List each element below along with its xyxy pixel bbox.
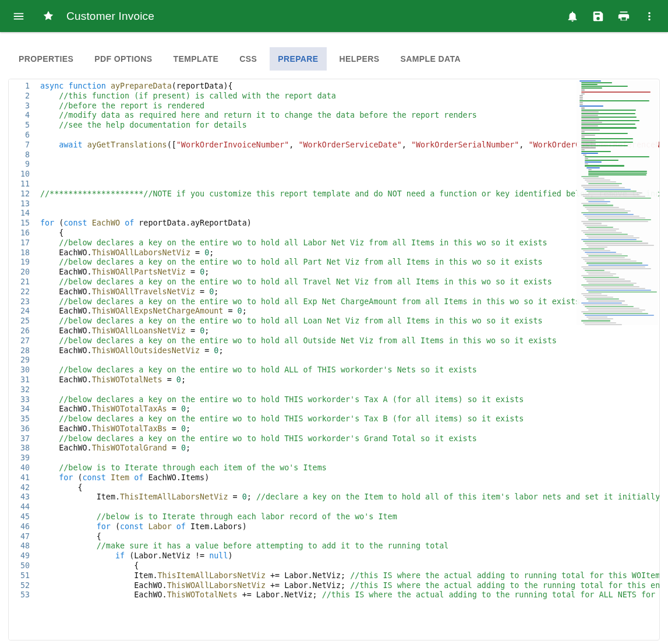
- tab-sampledata[interactable]: SAMPLE DATA: [393, 47, 469, 71]
- code-area[interactable]: async function ayPrepareData(reportData)…: [37, 79, 659, 640]
- more-vert-icon[interactable]: [638, 5, 661, 28]
- code-line: EachWO.ThisWOAllLoansNetViz = 0;: [40, 326, 659, 336]
- code-editor[interactable]: 1234567891011121314151617181920212223242…: [8, 79, 660, 641]
- app-logo-icon: [40, 5, 57, 28]
- code-line: [40, 160, 659, 170]
- code-line: //below is to Iterate through each item …: [40, 463, 659, 473]
- minimap[interactable]: [577, 80, 658, 325]
- code-line: EachWO.ThisWOAllLaborsNetViz = 0;: [40, 248, 659, 258]
- code-line: //below declares a key on the entire wo …: [40, 414, 659, 424]
- code-line: //below declares a key on the entire wo …: [40, 434, 659, 444]
- tab-css[interactable]: CSS: [231, 47, 265, 71]
- code-line: EachWO.ThisWOAllLaborsNetViz += Labor.Ne…: [40, 581, 659, 591]
- code-line: [40, 356, 659, 365]
- code-line: //make sure it has a value before attemp…: [40, 541, 659, 551]
- code-line: //below declares a key on the entire wo …: [40, 365, 659, 375]
- code-line: if (Labor.NetViz != null): [40, 551, 659, 561]
- line-gutter: 1234567891011121314151617181920212223242…: [9, 79, 37, 640]
- code-line: //below declares a key on the entire wo …: [40, 238, 659, 248]
- code-line: await ayGetTranslations(["WorkOrderInvoi…: [40, 140, 659, 150]
- code-line: //see the help documentation for details: [40, 121, 659, 131]
- code-line: [40, 150, 659, 160]
- code-line: EachWO.ThisWOTotalNets = 0;: [40, 375, 659, 385]
- menu-icon[interactable]: [7, 5, 30, 28]
- code-line: async function ayPrepareData(reportData)…: [40, 82, 659, 92]
- code-line: [40, 131, 659, 140]
- code-line: //below is to Iterate through each labor…: [40, 512, 659, 522]
- code-line: //modify data as required here and retur…: [40, 111, 659, 121]
- code-line: for (const Labor of Item.Labors): [40, 522, 659, 532]
- code-line: //before the report is rendered: [40, 101, 659, 111]
- app-bar: Customer Invoice: [0, 0, 668, 32]
- code-line: for (const Item of EachWO.Items): [40, 473, 659, 483]
- code-line: {: [40, 228, 659, 238]
- code-line: [40, 170, 659, 180]
- notifications-icon[interactable]: [561, 5, 584, 28]
- code-line: EachWO.ThisWOAllExpsNetChargeAmount = 0;: [40, 307, 659, 316]
- code-line: //below declares a key on the entire wo …: [40, 297, 659, 307]
- code-line: for (const EachWO of reportData.ayReport…: [40, 219, 659, 228]
- code-line: //********************//NOTE if you cust…: [40, 189, 659, 199]
- code-line: Item.ThisItemAllLaborsNetViz += Labor.Ne…: [40, 571, 659, 581]
- code-line: //below declares a key on the entire wo …: [40, 316, 659, 326]
- code-line: [40, 385, 659, 395]
- code-line: Item.ThisItemAllLaborsNetViz = 0; //decl…: [40, 492, 659, 502]
- code-line: EachWO.ThisWOTotalTaxBs = 0;: [40, 424, 659, 434]
- code-line: //below declares a key on the entire wo …: [40, 336, 659, 346]
- code-line: [40, 180, 659, 189]
- page-title: Customer Invoice: [66, 10, 154, 23]
- code-line: EachWO.ThisWOTotalTaxAs = 0;: [40, 404, 659, 414]
- tab-bar: PROPERTIESPDF OPTIONSTEMPLATECSSPREPAREH…: [0, 32, 668, 71]
- code-line: [40, 199, 659, 209]
- tab-properties[interactable]: PROPERTIES: [10, 47, 82, 71]
- tab-template[interactable]: TEMPLATE: [165, 47, 227, 71]
- tab-pdfoptions[interactable]: PDF OPTIONS: [86, 47, 160, 71]
- code-line: EachWO.ThisWOTotalNets += Labor.NetViz; …: [40, 590, 659, 600]
- tab-prepare[interactable]: PREPARE: [270, 47, 326, 71]
- code-line: [40, 209, 659, 219]
- save-icon[interactable]: [586, 5, 610, 28]
- tab-helpers[interactable]: HELPERS: [331, 47, 388, 71]
- code-line: EachWO.ThisWOAllTravelsNetViz = 0;: [40, 287, 659, 297]
- code-line: EachWO.ThisWOAllOutsidesNetViz = 0;: [40, 346, 659, 356]
- print-icon[interactable]: [612, 5, 635, 28]
- code-line: //below declares a key on the entire wo …: [40, 277, 659, 287]
- code-line: //below declares a key on the entire wo …: [40, 258, 659, 268]
- code-line: {: [40, 532, 659, 542]
- code-line: //below declares a key on the entire wo …: [40, 395, 659, 405]
- code-line: [40, 502, 659, 512]
- code-line: {: [40, 483, 659, 493]
- code-line: {: [40, 561, 659, 571]
- code-line: EachWO.ThisWOTotalGrand = 0;: [40, 444, 659, 453]
- code-line: EachWO.ThisWOAllPartsNetViz = 0;: [40, 268, 659, 277]
- code-line: //this function (if present) is called w…: [40, 92, 659, 101]
- code-line: [40, 453, 659, 463]
